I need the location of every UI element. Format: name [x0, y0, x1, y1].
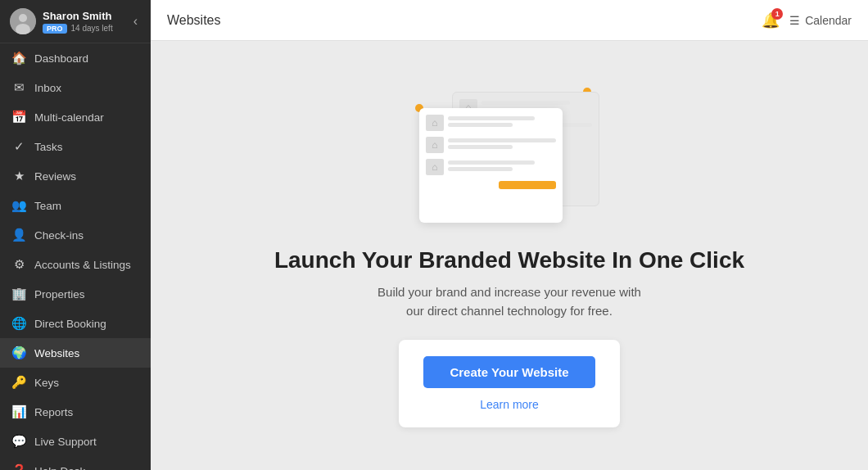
multi-calendar-icon: 📅	[11, 110, 26, 124]
page-title: Websites	[167, 13, 221, 28]
direct-booking-icon: 🌐	[11, 316, 26, 331]
team-icon: 👥	[11, 198, 26, 213]
reports-icon: 📊	[11, 404, 26, 419]
tasks-icon: ✓	[11, 139, 26, 154]
inbox-icon: ✉	[11, 80, 26, 95]
keys-icon: 🔑	[11, 375, 26, 390]
pro-badge: PRO	[43, 24, 67, 34]
sidebar-item-team[interactable]: 👥 Team	[0, 191, 151, 220]
learn-more-link[interactable]: Learn more	[480, 398, 539, 411]
calendar-icon: ☰	[789, 14, 800, 27]
sidebar-label-properties: Properties	[34, 288, 85, 301]
sidebar-item-properties[interactable]: 🏢 Properties	[0, 279, 151, 309]
calendar-label: Calendar	[805, 14, 852, 27]
sidebar-label-reports: Reports	[34, 406, 73, 418]
properties-icon: 🏢	[11, 287, 26, 301]
sidebar-label-direct-booking: Direct Booking	[34, 318, 106, 330]
collapse-sidebar-button[interactable]: ‹	[130, 11, 141, 32]
sidebar-label-help-desk: Help Desk	[34, 465, 85, 471]
topbar: Websites 🔔 1 ☰ Calendar	[151, 0, 868, 41]
topbar-right: 🔔 1 ☰ Calendar	[762, 11, 852, 29]
sidebar-item-multi-calendar[interactable]: 📅 Multi-calendar	[0, 102, 151, 132]
user-info: Sharon Smith PRO 14 days left	[10, 8, 113, 34]
calendar-button[interactable]: ☰ Calendar	[789, 14, 852, 27]
notification-button[interactable]: 🔔 1	[762, 11, 780, 29]
sidebar-item-live-support[interactable]: 💬 Live Support	[0, 427, 151, 456]
user-name: Sharon Smith	[43, 10, 113, 22]
sidebar-item-keys[interactable]: 🔑 Keys	[0, 368, 151, 397]
sidebar-item-reviews[interactable]: ★ Reviews	[0, 161, 151, 191]
illus-house-3: ⌂	[426, 115, 444, 131]
main-content: Websites 🔔 1 ☰ Calendar ⌂	[151, 0, 868, 470]
sidebar-label-keys: Keys	[34, 377, 59, 389]
sidebar-label-accounts-listings: Accounts & Listings	[34, 259, 131, 271]
dashboard-icon: 🏠	[11, 51, 26, 66]
illus-house-5: ⌂	[426, 159, 444, 175]
sidebar-item-reports[interactable]: 📊 Reports	[0, 397, 151, 427]
create-website-button[interactable]: Create Your Website	[423, 356, 594, 388]
sidebar-label-dashboard: Dashboard	[34, 52, 88, 65]
days-left: 14 days left	[71, 24, 113, 33]
reviews-icon: ★	[11, 169, 26, 183]
content-area: ⌂ ⌂	[151, 41, 868, 470]
sidebar-item-tasks[interactable]: ✓ Tasks	[0, 132, 151, 161]
illus-yellow-bar	[499, 181, 556, 189]
sidebar-label-check-ins: Check-ins	[34, 229, 84, 242]
sidebar-item-inbox[interactable]: ✉ Inbox	[0, 73, 151, 102]
sidebar-header: Sharon Smith PRO 14 days left ‹	[0, 0, 151, 43]
sidebar-label-inbox: Inbox	[34, 82, 61, 94]
live-support-icon: 💬	[11, 434, 26, 449]
sidebar-label-tasks: Tasks	[34, 141, 63, 153]
sidebar-item-check-ins[interactable]: 👤 Check-ins	[0, 220, 151, 250]
check-ins-icon: 👤	[11, 228, 26, 242]
help-desk-icon: ❓	[11, 463, 26, 470]
sidebar-item-websites[interactable]: 🌍 Websites	[0, 338, 151, 368]
accounts-listings-icon: ⚙	[11, 257, 26, 272]
sidebar-label-websites: Websites	[34, 347, 79, 359]
sidebar-label-multi-calendar: Multi-calendar	[34, 111, 104, 124]
sidebar-label-team: Team	[34, 200, 61, 212]
illus-house-4: ⌂	[426, 137, 444, 153]
sidebar-item-accounts-listings[interactable]: ⚙ Accounts & Listings	[0, 250, 151, 279]
sidebar-label-live-support: Live Support	[34, 436, 97, 448]
main-heading: Launch Your Branded Website In One Click	[274, 247, 744, 273]
websites-icon: 🌍	[11, 346, 26, 360]
user-badge-row: PRO 14 days left	[43, 24, 113, 34]
action-box: Create Your Website Learn more	[399, 340, 619, 427]
notification-badge: 1	[771, 8, 783, 20]
main-subtext: Build your brand and increase your reven…	[370, 283, 649, 320]
illus-front-panel: ⌂ ⌂ ⌂	[419, 108, 563, 223]
center-card: ⌂ ⌂	[274, 84, 744, 427]
sidebar-label-reviews: Reviews	[34, 170, 76, 183]
sidebar-item-direct-booking[interactable]: 🌐 Direct Booking	[0, 309, 151, 338]
user-details: Sharon Smith PRO 14 days left	[43, 10, 113, 34]
sidebar: Sharon Smith PRO 14 days left ‹ 🏠 Dashbo…	[0, 0, 151, 470]
sidebar-item-dashboard[interactable]: 🏠 Dashboard	[0, 43, 151, 73]
website-illustration: ⌂ ⌂	[411, 84, 608, 231]
svg-point-1	[19, 14, 27, 22]
avatar	[10, 8, 36, 34]
sidebar-nav: 🏠 Dashboard ✉ Inbox 📅 Multi-calendar ✓ T…	[0, 43, 151, 470]
sidebar-item-help-desk[interactable]: ❓ Help Desk	[0, 456, 151, 470]
